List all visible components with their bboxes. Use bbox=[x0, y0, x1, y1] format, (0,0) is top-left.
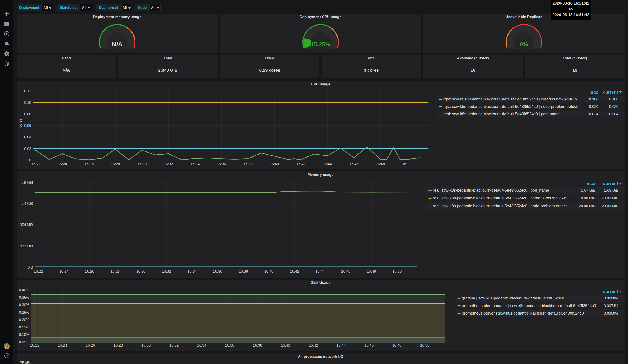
svg-text:?: ? bbox=[6, 354, 8, 358]
